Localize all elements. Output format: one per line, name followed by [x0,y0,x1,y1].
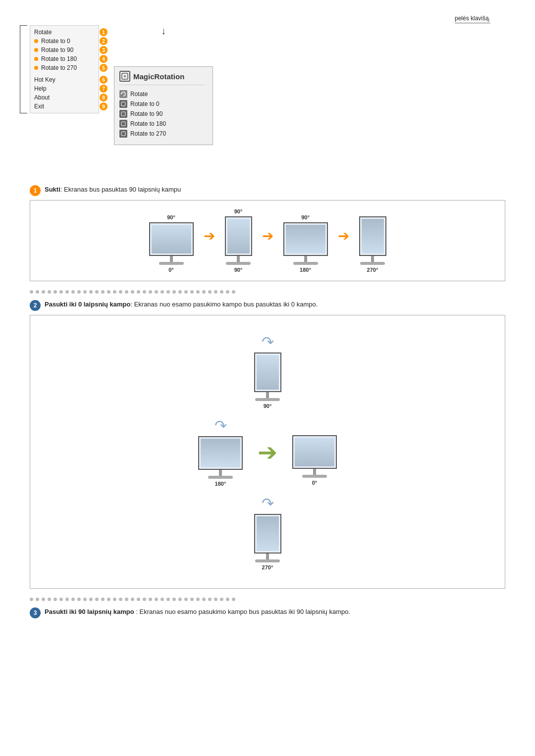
s2-content-90 [257,355,279,390]
menu-item-rotate90[interactable]: Rotate to 90 3 [30,46,99,54]
dotted-sep-2 [30,598,505,601]
magic-popup-title-text: MagicRotation [133,72,184,81]
menu-item-rotate270[interactable]: Rotate to 270 5 [30,63,99,72]
badge-5: 5 [100,64,107,72]
curve-arrow-2: ↷ [214,417,227,434]
s2-deg-180: 180° [215,481,226,487]
curve-arrow-1: ↷ [262,333,274,351]
s2-base-0 [302,475,327,478]
magic-item-rotate-label: Rotate [130,91,148,98]
arrow-right-1: ➔ [204,228,215,244]
section3-text: Pasukti iki 90 laipsnių kampo : Ekranas … [45,607,350,617]
magic-item-rotate90[interactable]: Rotate to 90 [119,109,205,119]
section2-text: Pasukti iki 0 laipsnių kampo: Ekranas nu… [45,300,318,309]
s2-base-270 [255,559,280,562]
magic-item-rotate180-label: Rotate to 180 [130,120,166,127]
magic-item-rotate[interactable]: Rotate [119,89,205,99]
s2-top-monitor: ↷ 90° [254,333,281,409]
section3-bold: Pasukti iki 90 laipsnių kampo [45,608,134,615]
dotted-sep-1 [30,290,505,294]
magic-rotate180-icon [119,120,127,128]
magic-item-rotate0-label: Rotate to 0 [130,101,160,107]
s2-screen-0 [292,435,337,469]
menu-item-help[interactable]: Help 7 [30,84,99,93]
magic-item-rotate0[interactable]: Rotate to 0 [119,99,205,109]
section2-diagram: ↷ 90° ↷ 180° [30,315,505,589]
s2-deg-0: 0° [312,480,318,486]
menu-item-rotate270-label: Rotate to 270 [41,64,77,71]
monitor-screen-180 [283,222,328,256]
bullet-2 [34,39,38,43]
menu-item-hotkey-label: Hot Key [34,76,55,83]
s2-content-270 [257,516,279,551]
menu-item-rotate0-label: Rotate to 0 [41,38,70,45]
monitor-90deg: 90° 90° [225,208,252,273]
s2-deg-90: 90° [264,403,272,409]
arrow-right-3: ➔ [338,228,349,244]
screen-content-180 [286,225,325,253]
degree-label-270: 270° [367,267,378,273]
menu-item-rotate0[interactable]: Rotate to 0 2 [30,37,99,46]
menu-item-help-label: Help [34,85,47,92]
section3-number: 3 [30,607,41,618]
magic-rotate270-icon [119,130,127,138]
magic-item-rotate180[interactable]: Rotate to 180 [119,119,205,129]
monitor-base-270 [360,262,385,265]
section1-header: 1 Sukti: Ekranas bus pasuktas 90 laipsni… [30,185,505,196]
s2-screen-90 [254,353,281,392]
magic-item-rotate270-label: Rotate to 270 [130,130,166,137]
section2-content: ↷ 90° ↷ 180° [38,323,497,580]
badge-8: 8 [100,94,107,101]
menu-item-rotate180[interactable]: Rotate to 180 4 [30,54,99,63]
s2-screen-180 [198,436,243,470]
bullet-4 [34,57,38,61]
badge-1: 1 [100,28,107,36]
section1-number: 1 [30,185,41,196]
monitor-base-0 [159,262,184,265]
bullet-5 [34,66,38,70]
magic-popup: MagicRotation Rotate [114,66,213,145]
top-section: pelės klavišą. Rotate 1 Rotate to 0 2 [30,15,505,145]
menu-item-rotate180-label: Rotate to 180 [41,55,77,62]
s2-neck-90 [266,392,269,398]
screen-content-0 [152,225,191,253]
svg-rect-2 [121,102,125,106]
s2-neck-0 [313,469,316,475]
s2-base-90 [255,398,280,401]
monitor-screen-270 [359,216,386,256]
section2-header: 2 Pasukti iki 0 laipsnių kampo: Ekranas … [30,300,505,311]
badge-7: 7 [100,85,107,93]
section3-header: 3 Pasukti iki 90 laipsnių kampo : Ekrana… [30,607,505,618]
section2-left: ↷ 90° ↷ 180° [198,333,337,570]
monitor-base-90 [226,262,251,265]
magic-rotate-icon [119,90,127,98]
badge-3: 3 [100,46,107,54]
s2-base-180 [208,476,233,479]
s2-neck-270 [266,554,269,559]
menu-item-about[interactable]: About 8 [30,93,99,102]
monitor-neck-0 [170,256,173,262]
screen-content-270 [362,219,384,253]
magic-item-rotate270[interactable]: Rotate to 270 [119,129,205,139]
degree-top-90-3: 90° [301,214,310,220]
s2-middle-row: ↷ 180° ➔ 0° [198,417,337,487]
section2-bold: Pasukti iki 0 laipsnių kampo [45,301,130,308]
arrow-down-icon: ↓ [114,25,213,37]
peles-callout: pelės klavišą. [30,15,505,23]
menu-item-exit[interactable]: Exit 9 [30,102,99,111]
monitor-270deg: 90° 270° [359,208,386,273]
bullet-3 [34,48,38,52]
magic-item-rotate90-label: Rotate to 90 [130,110,162,117]
monitor-0deg: 90° 0° [149,214,194,273]
menu-item-exit-label: Exit [34,103,44,110]
s2-content-0 [295,438,334,466]
svg-rect-4 [121,122,125,126]
menu-item-rotate[interactable]: Rotate 1 [30,28,99,37]
badge-9: 9 [100,102,107,110]
screen-content-90 [227,219,250,253]
left-menu-wrap: Rotate 1 Rotate to 0 2 Rotate to 90 3 [30,25,99,113]
s2-monitor-180: ↷ 180° [198,417,243,487]
menu-item-hotkey[interactable]: Hot Key 6 [30,75,99,84]
menu-item-about-label: About [34,94,50,101]
section1-monitor-row: 90° 0° ➔ 90° 90° ➔ 90° [38,208,497,273]
